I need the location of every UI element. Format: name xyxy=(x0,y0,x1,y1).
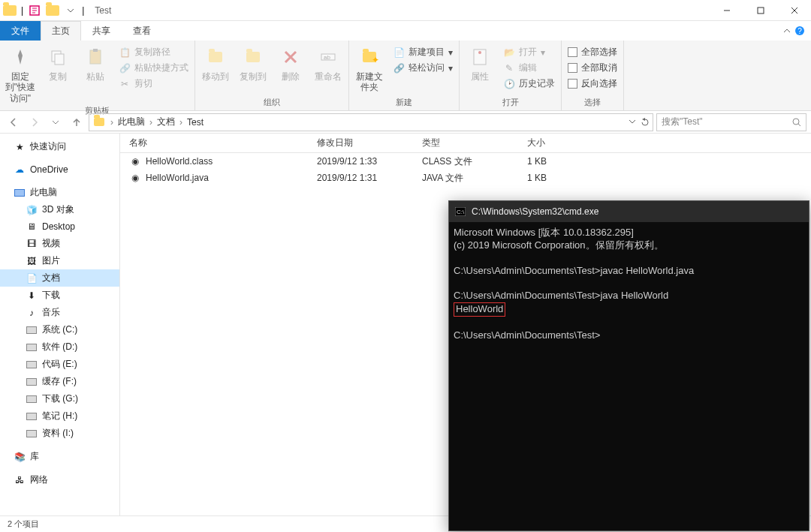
easyaccess-button[interactable]: 🔗轻松访问 ▾ xyxy=(390,61,456,75)
properties-button[interactable]: 属性 xyxy=(463,42,497,82)
sidebar-item[interactable]: 下载 (G:) xyxy=(0,390,119,407)
refresh-icon[interactable] xyxy=(641,118,650,127)
cmd-icon: C:\ xyxy=(455,207,466,216)
sidebar-quick-access[interactable]: ★快速访问 xyxy=(0,138,119,155)
open-icon: 📂 xyxy=(503,47,515,59)
properties-qat-icon[interactable] xyxy=(28,4,41,17)
drive-icon xyxy=(26,341,38,353)
cmd-prompt: C:\Users\Admin\Documents\Test> xyxy=(454,329,600,341)
sidebar-item-documents[interactable]: 📄文档 xyxy=(0,269,119,287)
pin-label: 固定到"快速访问" xyxy=(3,71,38,104)
sidebar-item[interactable]: 🖼图片 xyxy=(0,252,119,269)
newfolder-button[interactable]: ✦ 新建文件夹 xyxy=(352,42,387,93)
col-size[interactable]: 大小 xyxy=(518,137,593,149)
sidebar-item[interactable]: 🎞视频 xyxy=(0,235,119,252)
svg-rect-1 xyxy=(758,8,764,14)
folder-qat-icon[interactable] xyxy=(46,4,59,17)
cmd-title-text: C:\Windows\System32\cmd.exe xyxy=(472,206,598,217)
music-icon: ♪ xyxy=(26,307,38,319)
cut-icon: ✂ xyxy=(119,78,131,90)
forward-button[interactable] xyxy=(26,113,44,131)
search-input[interactable]: 搜索"Test" xyxy=(656,113,806,131)
svg-rect-7 xyxy=(93,49,98,52)
history-button[interactable]: 🕑历史记录 xyxy=(500,77,558,91)
help-icon[interactable]: ? xyxy=(794,26,805,36)
maximize-button[interactable] xyxy=(743,0,777,21)
checkbox-icon xyxy=(568,79,577,89)
copy-label: 复制 xyxy=(49,71,67,82)
recent-dropdown[interactable] xyxy=(47,113,65,131)
pc-icon xyxy=(14,187,26,199)
col-date[interactable]: 修改日期 xyxy=(308,137,413,149)
documents-icon: 📄 xyxy=(26,272,38,284)
sidebar-libraries[interactable]: 📚库 xyxy=(0,448,119,465)
sidebar-item[interactable]: ⬇下载 xyxy=(0,287,119,304)
copyto-button[interactable]: 复制到 xyxy=(236,42,270,82)
moveto-button[interactable]: 移动到 xyxy=(198,42,233,82)
selectall-button[interactable]: 全部选择 xyxy=(565,45,620,59)
drive-icon xyxy=(26,410,38,422)
rename-button[interactable]: ab 重命名 xyxy=(311,42,345,82)
breadcrumb-seg-test[interactable]: Test xyxy=(187,117,204,128)
file-row[interactable]: ◉HelloWorld.class 2019/9/12 1:33 CLASS 文… xyxy=(120,153,811,170)
qat-divider: | xyxy=(21,5,23,16)
col-type[interactable]: 类型 xyxy=(413,137,518,149)
tab-share[interactable]: 共享 xyxy=(81,21,122,41)
paste-icon xyxy=(83,45,107,69)
breadcrumb-dropdown-icon[interactable] xyxy=(629,118,636,127)
file-icon: ◉ xyxy=(129,172,141,184)
sidebar-item[interactable]: 🧊3D 对象 xyxy=(0,201,119,218)
open-button[interactable]: 📂打开 ▾ xyxy=(500,45,558,59)
sidebar-item[interactable]: ♪音乐 xyxy=(0,304,119,321)
column-headers: 名称 修改日期 类型 大小 xyxy=(120,134,811,153)
sidebar-item[interactable]: 资料 (I:) xyxy=(0,425,119,442)
up-button[interactable] xyxy=(68,113,86,131)
edit-icon: ✎ xyxy=(503,62,515,74)
pasteshortcut-button[interactable]: 🔗粘贴快捷方式 xyxy=(116,61,191,75)
cmd-body[interactable]: Microsoft Windows [版本 10.0.18362.295] (c… xyxy=(449,222,809,347)
titlebar: | | Test xyxy=(0,0,811,21)
cloud-icon: ☁ xyxy=(14,164,26,176)
back-button[interactable] xyxy=(5,113,23,131)
sidebar-thispc[interactable]: 此电脑 xyxy=(0,184,119,201)
sidebar-network[interactable]: 🖧网络 xyxy=(0,471,119,488)
delete-button[interactable]: 删除 xyxy=(273,42,308,82)
paste-button[interactable]: 粘贴 xyxy=(78,42,113,82)
paste-label: 粘贴 xyxy=(86,71,104,82)
cut-button[interactable]: ✂剪切 xyxy=(116,77,191,91)
shortcut-icon: 🔗 xyxy=(119,62,131,74)
sidebar-item[interactable]: 系统 (C:) xyxy=(0,321,119,338)
ribbon-tabs: 文件 主页 共享 查看 ? xyxy=(0,21,811,41)
minimize-button[interactable] xyxy=(710,0,743,21)
checkbox-icon xyxy=(568,63,577,73)
copy-button[interactable]: 复制 xyxy=(41,42,75,82)
tab-home[interactable]: 主页 xyxy=(41,21,81,41)
selectnone-button[interactable]: 全部取消 xyxy=(565,61,620,75)
breadcrumb-seg-pc[interactable]: 此电脑 xyxy=(118,116,145,128)
chevron-down-icon[interactable] xyxy=(64,4,77,17)
newitem-button[interactable]: 📄新建项目 ▾ xyxy=(390,45,456,59)
breadcrumb[interactable]: › 此电脑 › 文档 › Test xyxy=(89,113,653,131)
edit-button[interactable]: ✎编辑 xyxy=(500,61,558,75)
sidebar-item[interactable]: 代码 (E:) xyxy=(0,356,119,373)
invert-button[interactable]: 反向选择 xyxy=(565,77,620,91)
file-row[interactable]: ◉HelloWorld.java 2019/9/12 1:31 JAVA 文件 … xyxy=(120,170,811,186)
cmd-window[interactable]: C:\ C:\Windows\System32\cmd.exe Microsof… xyxy=(448,200,809,531)
sidebar-onedrive[interactable]: ☁OneDrive xyxy=(0,161,119,178)
col-name[interactable]: 名称 xyxy=(120,137,308,149)
sidebar-item[interactable]: 🖥Desktop xyxy=(0,218,119,235)
sidebar-item[interactable]: 缓存 (F:) xyxy=(0,373,119,390)
easyaccess-icon: 🔗 xyxy=(393,62,405,74)
sidebar-item[interactable]: 笔记 (H:) xyxy=(0,407,119,425)
cmd-titlebar[interactable]: C:\ C:\Windows\System32\cmd.exe xyxy=(449,201,809,222)
svg-rect-6 xyxy=(90,50,101,64)
tab-file[interactable]: 文件 xyxy=(0,21,41,41)
tab-view[interactable]: 查看 xyxy=(122,21,162,41)
pin-button[interactable]: 固定到"快速访问" xyxy=(3,42,38,104)
sidebar-item[interactable]: 软件 (D:) xyxy=(0,338,119,356)
copypath-button[interactable]: 📋复制路径 xyxy=(116,45,191,59)
close-button[interactable] xyxy=(777,0,811,21)
ribbon-expand-icon[interactable] xyxy=(782,26,791,35)
breadcrumb-seg-docs[interactable]: 文档 xyxy=(157,116,175,128)
drive-icon xyxy=(26,359,38,371)
